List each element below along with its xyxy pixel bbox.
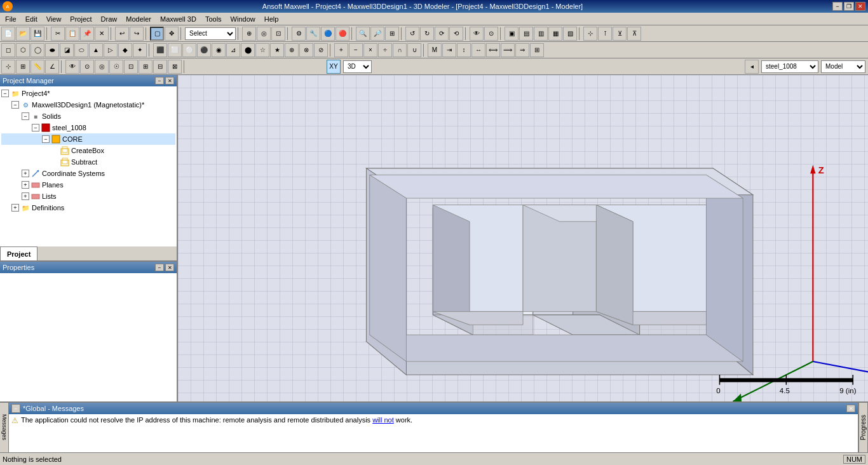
vis1[interactable]: 👁	[65, 60, 79, 74]
tool4[interactable]: ⚙	[292, 27, 306, 41]
m7[interactable]: ⇒	[515, 43, 529, 57]
tree-material[interactable]: − steel_1008	[1, 122, 175, 133]
dim-select[interactable]: 3D	[343, 60, 372, 73]
core-expand-btn[interactable]: −	[42, 135, 50, 143]
draw7[interactable]: ▲	[89, 43, 103, 57]
menu-tools[interactable]: Tools	[201, 14, 226, 24]
pm-minimize-btn[interactable]: −	[155, 77, 164, 84]
op6[interactable]: ∪	[407, 43, 421, 57]
tool1[interactable]: ⊕	[242, 27, 256, 41]
menu-window[interactable]: Window	[227, 14, 259, 24]
draw3[interactable]: ◯	[31, 43, 44, 57]
menu-project[interactable]: Project	[66, 14, 95, 24]
material-select[interactable]: Select	[185, 27, 236, 40]
obj8[interactable]: ☆	[255, 43, 269, 57]
obj9[interactable]: ★	[270, 43, 284, 57]
draw4[interactable]: ⬬	[45, 43, 59, 57]
tree-lists[interactable]: + Lists	[1, 191, 175, 202]
tree-planes[interactable]: + Planes	[1, 179, 175, 191]
obj4[interactable]: ⚫	[197, 43, 211, 57]
zoom-in-btn[interactable]: 🔍	[356, 27, 370, 41]
obj2[interactable]: ⬜	[168, 43, 182, 57]
obj6[interactable]: ⊿	[226, 43, 240, 57]
measure-icon[interactable]: 📏	[31, 60, 44, 74]
obj7[interactable]: ⬤	[241, 43, 255, 57]
lists-expand-btn[interactable]: +	[22, 192, 29, 200]
render5[interactable]: ▧	[563, 27, 577, 41]
rotate1[interactable]: ↺	[405, 27, 419, 41]
op2[interactable]: −	[349, 43, 363, 57]
grid-icon[interactable]: ⊞	[16, 60, 30, 74]
vis5[interactable]: ⊡	[124, 60, 138, 74]
snap-icon[interactable]: ⊹	[1, 60, 15, 74]
view2[interactable]: ⊙	[484, 27, 498, 41]
render3[interactable]: ▥	[534, 27, 548, 41]
op3[interactable]: ×	[363, 43, 377, 57]
menu-view[interactable]: View	[43, 14, 65, 24]
menu-file[interactable]: File	[1, 14, 20, 24]
solids-expand-btn[interactable]: −	[22, 112, 29, 120]
m6[interactable]: ⟹	[501, 43, 515, 57]
snap1[interactable]: ⊹	[583, 27, 597, 41]
rotate3[interactable]: ⟳	[435, 27, 449, 41]
open-btn[interactable]: 📂	[16, 27, 30, 41]
save-btn[interactable]: 💾	[31, 27, 44, 41]
new-btn[interactable]: 📄	[1, 27, 15, 41]
tree-design[interactable]: − ⚙ Maxwell3DDesign1 (Magnetostatic)*	[1, 99, 175, 111]
tree-coord-systems[interactable]: + Coordinate Systems	[1, 168, 175, 179]
obj10[interactable]: ⊕	[285, 43, 299, 57]
obj12[interactable]: ⊘	[314, 43, 328, 57]
redo-btn[interactable]: ↪	[130, 27, 144, 41]
tool7[interactable]: 🔴	[336, 27, 349, 41]
material-dropdown[interactable]: steel_1008	[761, 60, 818, 73]
op4[interactable]: ÷	[378, 43, 392, 57]
tree-project[interactable]: − 📁 Project4*	[1, 88, 175, 99]
delete-btn[interactable]: ✕	[95, 27, 109, 41]
messages-close-btn[interactable]: ✕	[846, 405, 855, 412]
op1[interactable]: +	[334, 43, 348, 57]
draw5[interactable]: ◪	[60, 43, 74, 57]
material-expand-btn[interactable]: −	[32, 124, 39, 131]
tool2[interactable]: ◎	[257, 27, 271, 41]
design-expand-btn[interactable]: −	[11, 101, 19, 109]
m3[interactable]: ↕	[457, 43, 471, 57]
zoom-out-btn[interactable]: 🔎	[370, 27, 384, 41]
m8[interactable]: ⊞	[530, 43, 544, 57]
copy-btn[interactable]: 📋	[65, 27, 79, 41]
menu-draw[interactable]: Draw	[97, 14, 121, 24]
close-button[interactable]: ✕	[855, 2, 865, 11]
draw8[interactable]: ▷	[104, 43, 118, 57]
vis2[interactable]: ⊙	[80, 60, 94, 74]
props-minimize-btn[interactable]: −	[155, 264, 164, 271]
m5[interactable]: ⟺	[486, 43, 500, 57]
viewport[interactable]: Z Y 0 4.5 9 (in)	[178, 75, 868, 401]
vis4[interactable]: ☉	[109, 60, 123, 74]
rotate2[interactable]: ↻	[420, 27, 434, 41]
snap4[interactable]: ⊼	[627, 27, 641, 41]
rotate4[interactable]: ⟲	[449, 27, 463, 41]
maximize-button[interactable]: ❐	[844, 2, 854, 11]
cut-btn[interactable]: ✂	[51, 27, 65, 41]
m1[interactable]: M	[428, 43, 442, 57]
tool6[interactable]: 🔵	[321, 27, 335, 41]
menu-edit[interactable]: Edit	[22, 14, 41, 24]
obj5[interactable]: ◉	[212, 43, 226, 57]
tree-definitions[interactable]: + 📁 Definitions	[1, 202, 175, 213]
tool5[interactable]: 🔧	[306, 27, 320, 41]
menu-help[interactable]: Help	[261, 14, 283, 24]
move-btn[interactable]: ✥	[165, 27, 179, 41]
coord-expand-btn[interactable]: +	[22, 170, 29, 177]
render1[interactable]: ▣	[505, 27, 519, 41]
planes-expand-btn[interactable]: +	[22, 181, 29, 189]
menu-maxwell3d[interactable]: Maxwell 3D	[156, 14, 200, 24]
op5[interactable]: ∩	[393, 43, 407, 57]
menu-modeler[interactable]: Modeler	[122, 14, 155, 24]
tree-core[interactable]: − CORE	[1, 133, 175, 145]
coord-toggle[interactable]: XY	[327, 60, 341, 74]
render4[interactable]: ▦	[548, 27, 562, 41]
history-icon[interactable]: ◂	[745, 60, 759, 74]
draw6[interactable]: ⬭	[74, 43, 88, 57]
snap2[interactable]: ⊺	[598, 27, 612, 41]
vis8[interactable]: ⊠	[168, 60, 182, 74]
draw10[interactable]: ✦	[133, 43, 147, 57]
